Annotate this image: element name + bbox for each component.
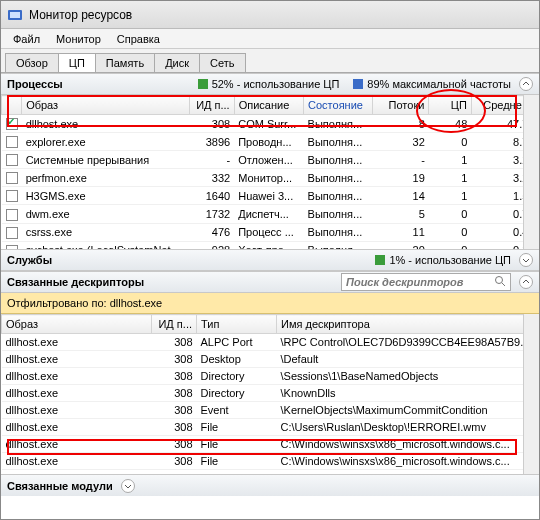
cell-name: \KernelObjects\MaximumCommitCondition bbox=[277, 402, 539, 419]
modules-header[interactable]: Связанные модули bbox=[1, 474, 539, 496]
collapse-icon[interactable] bbox=[519, 77, 533, 91]
green-chip-icon bbox=[198, 79, 208, 89]
titlebar[interactable]: Монитор ресурсов bbox=[1, 1, 539, 29]
checkbox[interactable] bbox=[6, 245, 18, 249]
filter-bar: Отфильтровано по: dllhost.exe bbox=[1, 293, 539, 314]
descriptors-table-wrap: Образ ИД п... Тип Имя дескриптора dllhos… bbox=[1, 314, 539, 474]
tab-disk[interactable]: Диск bbox=[154, 53, 200, 72]
checkbox[interactable] bbox=[6, 227, 18, 239]
cell-name: \RPC Control\OLEC7D6D9399CCB4EE98A57B9..… bbox=[277, 334, 539, 351]
descriptors-table[interactable]: Образ ИД п... Тип Имя дескриптора dllhos… bbox=[1, 314, 539, 474]
table-row[interactable]: svchost.exe (LocalSystemNet...928Хост-пр… bbox=[2, 241, 539, 249]
search-icon[interactable] bbox=[494, 275, 506, 289]
descriptors-header[interactable]: Связанные дескрипторы Поиск дескрипторов bbox=[1, 271, 539, 293]
dcol-pid[interactable]: ИД п... bbox=[152, 315, 197, 334]
cell-threads: 14 bbox=[373, 187, 429, 205]
cell-desc: Проводн... bbox=[234, 133, 303, 151]
checkbox[interactable] bbox=[6, 118, 18, 130]
cell-image: dllhost.exe bbox=[2, 453, 152, 470]
checkbox[interactable] bbox=[6, 154, 18, 166]
table-row[interactable]: dllhost.exe308Event\KernelObjects\Maximu… bbox=[2, 402, 539, 419]
app-icon bbox=[7, 7, 23, 23]
tabbar: Обзор ЦП Память Диск Сеть bbox=[1, 49, 539, 73]
menubar: Файл Монитор Справка bbox=[1, 29, 539, 49]
table-row[interactable]: dwm.exe1732Диспетч...Выполня...500.71 bbox=[2, 205, 539, 223]
col-pid[interactable]: ИД п... bbox=[189, 96, 234, 115]
tab-network[interactable]: Сеть bbox=[199, 53, 245, 72]
cell-threads: 20 bbox=[373, 241, 429, 249]
processes-table[interactable]: Образ ИД п... Описание Состояние Потоки … bbox=[1, 95, 539, 249]
cell-type: Desktop bbox=[197, 351, 277, 368]
cell-desc: Хост-про... bbox=[234, 241, 303, 249]
checkbox[interactable] bbox=[6, 190, 18, 202]
cell-image: dllhost.exe bbox=[2, 419, 152, 436]
menu-help[interactable]: Справка bbox=[109, 31, 168, 47]
cell-pid: 308 bbox=[152, 351, 197, 368]
checkbox[interactable] bbox=[6, 209, 18, 221]
table-row[interactable]: dllhost.exe308Directory\KnownDlls bbox=[2, 385, 539, 402]
tab-overview[interactable]: Обзор bbox=[5, 53, 59, 72]
cell-pid: 928 bbox=[189, 241, 234, 249]
menu-monitor[interactable]: Монитор bbox=[48, 31, 109, 47]
cell-threads: - bbox=[373, 151, 429, 169]
cell-cpu: 0 bbox=[429, 241, 472, 249]
scrollbar[interactable] bbox=[523, 314, 539, 474]
dcol-type[interactable]: Тип bbox=[197, 315, 277, 334]
table-row[interactable]: dllhost.exe308FileC:\Windows\winsxs\x86_… bbox=[2, 436, 539, 453]
menu-file[interactable]: Файл bbox=[5, 31, 48, 47]
col-cpu[interactable]: ЦП bbox=[429, 96, 472, 115]
cell-state: Выполня... bbox=[304, 151, 373, 169]
dcol-name[interactable]: Имя дескриптора bbox=[277, 315, 539, 334]
table-row[interactable]: H3GMS.exe1640Huawei 3...Выполня...1411.5… bbox=[2, 187, 539, 205]
processes-header[interactable]: Процессы 52% - использование ЦП 89% макс… bbox=[1, 73, 539, 95]
expand-icon[interactable] bbox=[121, 479, 135, 493]
cell-pid: 308 bbox=[152, 385, 197, 402]
table-row[interactable]: dllhost.exe308FileC:\Users\Ruslan\Deskto… bbox=[2, 419, 539, 436]
tab-memory[interactable]: Память bbox=[95, 53, 155, 72]
col-desc[interactable]: Описание bbox=[234, 96, 303, 115]
table-row[interactable]: dllhost.exe308ALPC Port\RPC Control\OLEC… bbox=[2, 334, 539, 351]
checkbox[interactable] bbox=[6, 172, 18, 184]
cell-desc: Huawei 3... bbox=[234, 187, 303, 205]
tab-cpu[interactable]: ЦП bbox=[58, 53, 96, 72]
search-input[interactable]: Поиск дескрипторов bbox=[341, 273, 511, 291]
table-row[interactable]: dllhost.exe308COM Surr...Выполня...84847… bbox=[2, 115, 539, 133]
cell-image: dllhost.exe bbox=[2, 334, 152, 351]
table-row[interactable]: dllhost.exe308Directory\Sessions\1\BaseN… bbox=[2, 368, 539, 385]
table-row[interactable]: dllhost.exe308Desktop\Default bbox=[2, 351, 539, 368]
cell-name: \Sessions\1\BaseNamedObjects bbox=[277, 368, 539, 385]
table-row[interactable]: perfmon.exe332Монитор...Выполня...1913.2… bbox=[2, 169, 539, 187]
table-row[interactable]: dllhost.exe308File\Device\KsecDD bbox=[2, 470, 539, 475]
services-title: Службы bbox=[7, 254, 52, 266]
table-row[interactable]: Системные прерывания-Отложен...Выполня..… bbox=[2, 151, 539, 169]
cell-threads: 19 bbox=[373, 169, 429, 187]
descriptors-title: Связанные дескрипторы bbox=[7, 276, 144, 288]
col-state[interactable]: Состояние bbox=[304, 96, 373, 115]
col-threads[interactable]: Потоки bbox=[373, 96, 429, 115]
cell-name: \Device\KsecDD bbox=[277, 470, 539, 475]
cell-cpu: 0 bbox=[429, 205, 472, 223]
cell-cpu: 48 bbox=[429, 115, 472, 133]
processes-title: Процессы bbox=[7, 78, 63, 90]
cell-name: C:\Windows\winsxs\x86_microsoft.windows.… bbox=[277, 436, 539, 453]
col-image[interactable]: Образ bbox=[22, 96, 190, 115]
col-check[interactable] bbox=[2, 96, 22, 115]
svg-rect-1 bbox=[10, 12, 20, 18]
collapse-icon[interactable] bbox=[519, 275, 533, 289]
cell-image: svchost.exe (LocalSystemNet... bbox=[22, 241, 190, 249]
cell-type: File bbox=[197, 419, 277, 436]
checkbox[interactable] bbox=[6, 136, 18, 148]
table-row[interactable]: dllhost.exe308FileC:\Windows\winsxs\x86_… bbox=[2, 453, 539, 470]
cell-threads: 5 bbox=[373, 205, 429, 223]
services-header[interactable]: Службы 1% - использование ЦП bbox=[1, 249, 539, 271]
cell-pid: 332 bbox=[189, 169, 234, 187]
cell-state: Выполня... bbox=[304, 115, 373, 133]
cell-pid: 308 bbox=[152, 402, 197, 419]
table-row[interactable]: csrss.exe476Процесс ...Выполня...1100.41 bbox=[2, 223, 539, 241]
table-row[interactable]: explorer.exe3896Проводн...Выполня...3208… bbox=[2, 133, 539, 151]
dcol-image[interactable]: Образ bbox=[2, 315, 152, 334]
expand-icon[interactable] bbox=[519, 253, 533, 267]
scrollbar[interactable] bbox=[523, 95, 539, 249]
svg-point-2 bbox=[496, 277, 503, 284]
processes-table-wrap: Образ ИД п... Описание Состояние Потоки … bbox=[1, 95, 539, 249]
